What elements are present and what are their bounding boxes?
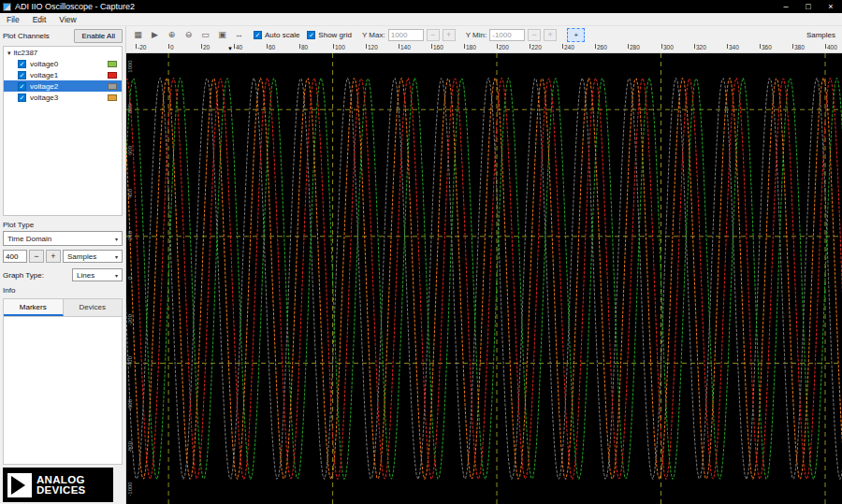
move-icon[interactable]: ↔ [232,28,246,41]
plot-toolbar: ▦ ▶ ⊕ ⊖ ▭ ▣ ↔ ✓ Auto scale ✓ Show grid Y… [126,26,842,43]
show-grid-checkbox[interactable]: ✓ Show grid [307,31,352,39]
adi-triangle-logo-icon [7,473,32,497]
x-tick-label: 140 [399,44,411,50]
play-icon[interactable]: ▶ [148,28,162,41]
x-tick-label: 20 [201,44,210,50]
plot-type-label: Plot Type [3,221,123,229]
x-tick-label: 0 [168,44,174,50]
x-tick-label: 120 [366,44,378,50]
channel-checkbox[interactable]: ✓ [18,71,26,79]
channel-checkbox[interactable]: ✓ [18,82,26,91]
y-max-label: Y Max: [362,31,385,39]
close-button[interactable]: × [820,0,842,13]
app-icon [3,3,11,11]
x-tick-label: 280 [628,44,640,50]
auto-scale-checkbox[interactable]: ✓ Auto scale [254,31,299,39]
menu-file[interactable]: File [0,15,26,24]
x-tick-label: 320 [694,44,706,50]
x-tick-label: 360 [760,44,772,50]
y-min-label: Y Min: [466,31,487,39]
chevron-down-icon: ▾ [115,272,118,279]
menu-edit[interactable]: Edit [26,15,53,24]
y-max-decrement-button[interactable]: − [427,29,440,41]
x-tick-label: 240 [562,44,574,50]
x-tick-label: 300 [661,44,674,50]
chevron-down-icon: ▾ [115,253,118,260]
channel-row-voltage3[interactable]: ✓voltage3 [4,92,122,103]
tab-devices[interactable]: Devices [64,299,123,316]
channel-row-voltage1[interactable]: ✓voltage1 [4,69,122,80]
zoom-fit-icon[interactable]: ▭ [198,28,212,41]
x-tick-label: 260 [595,44,607,50]
x-tick-label: 160 [431,44,443,50]
channel-row-voltage2[interactable]: ✓voltage2 [4,80,122,92]
snapshot-icon[interactable]: ▣ [215,28,229,41]
x-axis-ruler: ▼ -2002040608010012014016018020022024026… [126,43,842,53]
y-min-decrement-button[interactable]: − [528,29,541,41]
y-max-increment-button[interactable]: + [443,29,456,41]
channel-checkbox[interactable]: ✓ [18,60,26,68]
channel-checkbox[interactable]: ✓ [18,94,26,102]
tab-markers[interactable]: Markers [4,299,64,316]
plot-channels-label: Plot Channels [3,32,50,40]
channel-color-swatch[interactable] [108,83,117,90]
x-tick-label: -20 [136,44,146,50]
info-panel [3,316,123,465]
ruler-marker-icon[interactable]: ▼ [227,46,233,51]
menu-view[interactable]: View [52,15,82,24]
channel-label: voltage0 [30,60,58,68]
samples-axis-label: Samples [806,31,837,39]
analog-devices-logo: ANALOG DEVICES [3,468,113,502]
channel-color-swatch[interactable] [108,94,117,101]
minimize-button[interactable]: – [775,0,797,13]
channel-label: voltage2 [30,82,58,91]
channel-label: voltage3 [30,94,58,102]
x-tick-label: 340 [727,44,739,50]
menu-bar: File Edit View [0,13,842,26]
graph-type-select[interactable]: Lines ▾ [72,268,123,281]
grid-view-icon[interactable]: ▦ [131,28,145,41]
y-min-increment-button[interactable]: + [544,29,557,41]
plot-canvas[interactable]: 10008006004002000-200-400-600-800-1000 [126,53,842,504]
maximize-button[interactable]: □ [797,0,820,13]
sample-unit-select[interactable]: Samples ▾ [63,250,123,263]
y-max-input[interactable] [388,29,424,41]
x-tick-label: 220 [530,44,542,50]
logo-text-line1: ANALOG [36,475,86,485]
sample-count-input[interactable] [3,250,27,263]
y-min-input[interactable] [489,29,525,41]
checkbox-check-icon: ✓ [307,31,315,39]
x-tick-label: 180 [464,44,476,50]
info-tabs: Markers Devices [3,298,123,316]
sample-count-increment-button[interactable]: + [46,250,61,263]
channel-label: voltage1 [30,71,58,79]
x-tick-label: 80 [299,44,308,50]
enable-all-button[interactable]: Enable All [74,29,123,43]
channel-row-voltage0[interactable]: ✓voltage0 [4,58,122,69]
channel-color-swatch[interactable] [108,72,117,79]
checkbox-check-icon: ✓ [254,31,262,39]
window-title: ADI IIO Oscilloscope - Capture2 [15,2,135,11]
title-bar: ADI IIO Oscilloscope - Capture2 – □ × [0,0,842,13]
sidebar: Plot Channels Enable All ▾ ltc2387 ✓volt… [0,26,126,504]
device-row[interactable]: ▾ ltc2387 [4,47,122,58]
plot-type-select[interactable]: Time Domain ▾ [3,231,123,246]
oscilloscope-traces [126,53,842,504]
sample-count-decrement-button[interactable]: − [29,250,44,263]
x-tick-label: 60 [267,44,275,50]
new-plot-button[interactable]: + [567,28,585,42]
app-window: ADI IIO Oscilloscope - Capture2 – □ × Fi… [0,0,842,504]
logo-text-line2: DEVICES [36,485,86,496]
x-tick-label: 40 [234,44,242,50]
x-tick-label: 100 [333,44,345,50]
x-tick-label: 200 [497,44,509,50]
tree-expand-icon[interactable]: ▾ [7,50,11,57]
zoom-out-icon[interactable]: ⊖ [181,28,196,41]
x-tick-label: 380 [792,44,805,50]
zoom-in-icon[interactable]: ⊕ [165,28,179,41]
channel-tree: ▾ ltc2387 ✓voltage0✓voltage1✓voltage2✓vo… [3,46,123,216]
x-tick-label: 400 [825,44,837,50]
info-label: Info [3,286,123,295]
device-label: ltc2387 [14,49,38,57]
channel-color-swatch[interactable] [108,61,117,67]
